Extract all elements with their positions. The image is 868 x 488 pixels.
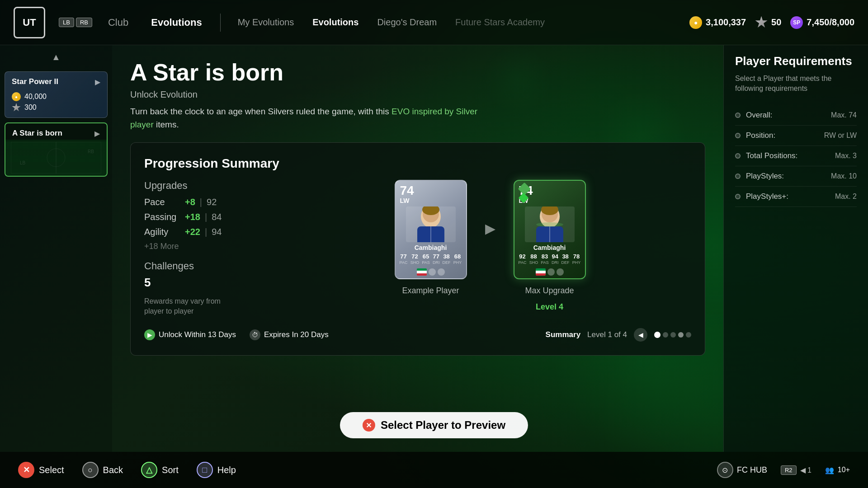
nav-club[interactable]: Club xyxy=(99,13,137,32)
users-info: 👥 10+ xyxy=(825,466,850,474)
cost-coin-icon: ● xyxy=(12,92,21,101)
card-badge-2 xyxy=(438,268,445,276)
req-dot xyxy=(735,194,741,199)
r2-indicator: ◀ 1 xyxy=(800,466,811,474)
max-card-badge-2 xyxy=(557,268,564,276)
sidebar-card-star-power[interactable]: Star Power II ▶ ● 40,000 300 xyxy=(5,71,108,118)
help-action[interactable]: □ Help xyxy=(197,462,236,478)
coins-value: 3,100,337 xyxy=(706,17,746,28)
level-dot-3 xyxy=(670,332,676,338)
svg-point-15 xyxy=(536,222,563,227)
req-item-name: Position: xyxy=(746,131,775,140)
example-player-img xyxy=(406,206,456,242)
example-overall: 74 xyxy=(400,184,414,197)
points-display: 50 xyxy=(755,16,781,29)
max-flag-italy xyxy=(536,268,546,276)
stat-pace-name: Pace xyxy=(144,197,180,207)
fc-hub[interactable]: ⊙ FC HUB xyxy=(717,462,767,478)
req-item-left: PlayStyles+: xyxy=(735,192,788,201)
sidebar-card-header-2: A Star is born ▶ xyxy=(5,123,107,141)
req-dot xyxy=(735,153,741,159)
nav-evolutions[interactable]: Evolutions xyxy=(142,13,211,32)
nav-future-stars[interactable]: Future Stars Academy xyxy=(447,14,553,31)
back-label: Back xyxy=(103,465,123,475)
rb-button: RB xyxy=(76,18,92,27)
max-card-badge-1 xyxy=(547,268,555,276)
center-content: A Star is born Unlock Evolution Turn bac… xyxy=(112,45,723,452)
expires-in-text: Expires In 20 Days xyxy=(264,330,329,339)
more-stats: +18 More xyxy=(144,242,271,251)
max-upgrade-wrapper: 74 LW xyxy=(514,180,586,312)
stat-agility-name: Agility xyxy=(144,227,180,237)
points-value: 50 xyxy=(771,17,781,28)
req-item-name: PlayStyles: xyxy=(746,172,784,181)
requirements-subtitle: Select a Player that meets the following… xyxy=(735,74,857,94)
unlock-icon: ▶ xyxy=(144,329,155,340)
max-player-name: Cambiaghi xyxy=(533,244,566,251)
sidebar-card-star-born[interactable]: A Star is born ▶ RB LB xyxy=(5,122,108,177)
max-stat-phy: 78 PHY xyxy=(572,253,581,265)
stat-passing-div: | xyxy=(205,212,207,222)
ut-logo: UT xyxy=(14,7,45,38)
req-item-name: PlayStyles+: xyxy=(746,192,788,201)
help-label: Help xyxy=(217,465,236,475)
summary-label: Summary xyxy=(546,330,580,339)
r2-button: R2 xyxy=(781,465,797,475)
req-item: PlayStyles+: Max. 2 xyxy=(735,187,857,207)
req-item-left: Total Positions: xyxy=(735,151,797,160)
nav-diegos-dream[interactable]: Diego's Dream xyxy=(369,14,445,31)
sort-action[interactable]: △ Sort xyxy=(141,462,179,478)
select-player-button[interactable]: ✕ Select Player to Preview xyxy=(340,412,528,438)
lb-button: LB xyxy=(59,18,74,27)
requirements-title: Player Requirements xyxy=(735,54,857,68)
progression-footer: ▶ Unlock Within 13 Days ⏱ Expires In 20 … xyxy=(144,328,691,342)
svg-text:RB: RB xyxy=(88,149,94,154)
select-action[interactable]: ✕ Select xyxy=(18,462,64,478)
progression-stats: Upgrades Pace +8 | 92 Passing +18 | 84 xyxy=(144,180,271,317)
sidebar-card-title-1: Star Power II xyxy=(12,77,58,86)
square-button: □ xyxy=(197,462,213,478)
stat-row-agility: Agility +22 | 94 xyxy=(144,227,271,237)
max-stat-sho: 88 SHO xyxy=(529,253,538,265)
progression-container: Progression Summary Upgrades Pace +8 | 9… xyxy=(130,142,705,356)
currency-bar: ● 3,100,337 50 SP 7,450/8,000 xyxy=(689,16,854,29)
card-badge-1 xyxy=(429,268,436,276)
req-item-value: Max. 74 xyxy=(831,111,857,119)
evolution-unlock-label: Unlock Evolution xyxy=(130,89,705,100)
example-stat-sho: 72 SHO xyxy=(410,253,420,265)
req-item-left: PlayStyles: xyxy=(735,172,784,181)
req-item-value: Max. 3 xyxy=(835,152,857,160)
evo-badge-2 xyxy=(520,194,527,202)
back-action[interactable]: ○ Back xyxy=(82,462,123,478)
level-prev-btn[interactable]: ◀ xyxy=(634,328,647,342)
bottom-bar: ✕ Select ○ Back △ Sort □ Help ⊙ FC HUB R… xyxy=(0,452,868,488)
upgrades-label: Upgrades xyxy=(144,180,271,192)
cost-points-value: 300 xyxy=(24,103,37,112)
right-panel: Player Requirements Select a Player that… xyxy=(723,45,868,452)
x-button: ✕ xyxy=(18,462,34,478)
unlock-within-text: Unlock Within 13 Days xyxy=(159,330,236,339)
sidebar-arrow-1: ▶ xyxy=(95,78,100,86)
level-text: Level 1 of 4 xyxy=(587,330,627,339)
unlock-tag: ▶ Unlock Within 13 Days xyxy=(144,329,236,340)
example-card-flags xyxy=(417,268,445,278)
example-stat-pas: 65 PAS xyxy=(422,253,429,265)
nav-my-evolutions[interactable]: My Evolutions xyxy=(230,14,302,31)
evolution-desc-highlight: EVO inspired by Silver player xyxy=(130,107,477,129)
example-stat-def: 38 DEF xyxy=(443,253,451,265)
sp-display: SP 7,450/8,000 xyxy=(790,16,854,29)
cards-arrow: ▶ xyxy=(485,221,495,236)
stat-agility-boost: +22 xyxy=(185,227,200,237)
stat-passing-final: 84 xyxy=(212,212,222,222)
sidebar-up-arrow[interactable]: ▲ xyxy=(0,50,112,69)
nav-evolutions-sub[interactable]: Evolutions xyxy=(304,14,367,31)
example-player-card: 74 LW xyxy=(395,180,467,279)
requirements-list: Overall: Max. 74 Position: RW or LW Tota… xyxy=(735,105,857,207)
sidebar-arrow-2: ▶ xyxy=(94,129,100,138)
req-item-name: Total Positions: xyxy=(746,151,797,160)
fc-hub-icon: ⊙ xyxy=(717,462,733,478)
triangle-button: △ xyxy=(141,462,157,478)
evolution-description: Turn back the clock to an age when Silve… xyxy=(130,105,492,131)
expires-icon: ⏱ xyxy=(250,329,260,340)
req-dot xyxy=(735,133,741,138)
